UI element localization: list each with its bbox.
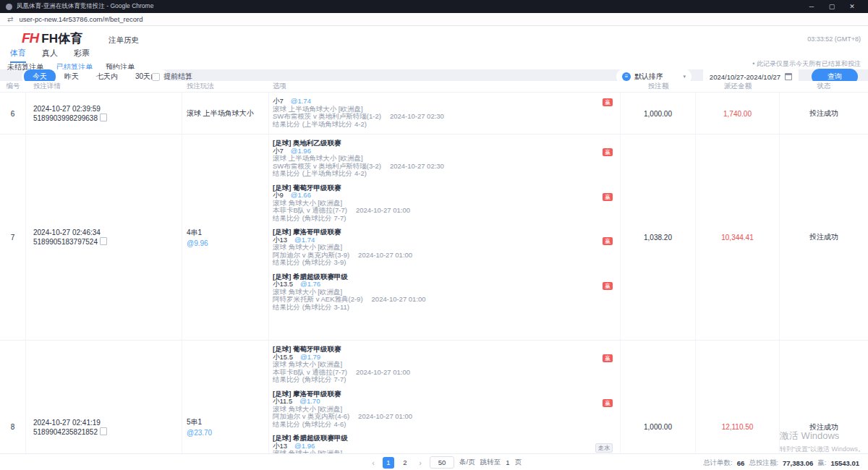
- leg-result-badge: 赢: [603, 98, 613, 106]
- leg-pick: 小7@1.74: [273, 98, 620, 106]
- payout-amount: 12,110.50: [696, 341, 780, 470]
- leg-odds: @1.66: [291, 191, 311, 199]
- play-type: 滚球 上半场角球大小: [187, 108, 268, 119]
- bet-time: 2024-10-27 02:46:34: [33, 228, 182, 236]
- bet-time: 2024-10-27 02:39:59: [33, 105, 182, 113]
- leg-result: 结果比分 (上半场角球比分 4-2): [273, 121, 620, 129]
- page-unit-label: 页: [514, 458, 522, 467]
- maximize-button[interactable]: ▢: [822, 0, 842, 13]
- leg-league: [足球] 希腊超级联赛甲级: [273, 435, 620, 443]
- date-range-value: 2024/10/27-2024/10/27: [710, 73, 780, 81]
- site-favicon: [6, 4, 12, 10]
- close-button[interactable]: ✕: [842, 0, 862, 13]
- leg-odds: @1.96: [294, 442, 315, 450]
- server-time: 03:33:52 (GMT+8): [807, 35, 861, 43]
- total-win-value: 15543.01: [830, 459, 859, 467]
- chevron-down-icon: ▾: [683, 74, 686, 80]
- leg-league: [足球] 希腊超级联赛甲级: [273, 273, 620, 281]
- play-type-cell: 4串1 @9.96: [182, 134, 269, 340]
- browser-url-bar[interactable]: ⇄ user-pc-new.14r53786.com/#/bet_record: [0, 13, 868, 26]
- leg-match-time: 2024-10-27 01:00: [358, 251, 412, 259]
- bet-record-table: 编号投注详情投注玩法选项投注额派还金额状态 6 2024-10-27 02:39…: [0, 81, 868, 470]
- bet-leg: [足球] 希腊超级联赛甲级 小13.5@1.76 滚球 角球大小 [欧洲盘] 阿…: [273, 273, 620, 312]
- page-size-input[interactable]: [430, 456, 454, 469]
- bet-amount: 1,038.20: [621, 134, 696, 340]
- column-header: 投注详情: [26, 82, 182, 91]
- sort-selected-value: 默认排序: [634, 72, 683, 82]
- bet-leg: [足球] 葡萄牙甲级联赛 小15.5@1.79 滚球 角球大小 [欧洲盘] 本菲…: [273, 346, 620, 384]
- total-count-label: 总计单数:: [703, 458, 733, 468]
- copy-icon[interactable]: [101, 115, 107, 121]
- leg-result: 结果比分 (角球比分 7-7): [273, 215, 620, 223]
- page-url[interactable]: user-pc-new.14r53786.com/#/bet_record: [19, 15, 142, 23]
- minimize-button[interactable]: ─: [801, 0, 822, 13]
- column-header: 状态: [780, 82, 868, 91]
- page-number-1[interactable]: 1: [383, 457, 394, 469]
- total-win-label: 赢:: [817, 458, 826, 468]
- table-footer: ‹12›条/页跳转至1页 总计单数: 66 总投注额: 77,383.06 赢:…: [0, 453, 868, 470]
- copy-icon[interactable]: [101, 239, 107, 245]
- window-titlebar: 凤凰体育-亚洲在线体育竞猜投注 - Google Chrome ─ ▢ ✕: [0, 0, 868, 13]
- leg-result-badge: 赢: [603, 237, 613, 245]
- order-id: 5189905183797524: [33, 238, 98, 246]
- bet-status: 投注成功: [780, 341, 868, 470]
- totals-summary: 总计单数: 66 总投注额: 77,383.06 赢: 15543.01: [703, 458, 859, 468]
- leg-pick: 小9@1.66: [273, 192, 620, 200]
- leg-match-time: 2024-10-27 01:00: [372, 295, 426, 303]
- bet-leg: [足球] 摩洛哥甲级联赛 小13@1.74 滚球 角球大小 [欧洲盘] 阿加迪尔…: [273, 228, 620, 267]
- table-row: 6 2024-10-27 02:39:59 5189903998299638 滚…: [0, 93, 868, 134]
- bet-amount: 1,000.00: [621, 93, 696, 134]
- sort-icon: ≡: [622, 72, 631, 81]
- leg-odds: @1.76: [300, 280, 320, 288]
- leg-league: [足球] 奥地利乙级联赛: [273, 140, 620, 148]
- row-number: 6: [0, 93, 26, 134]
- play-odds: @9.96: [187, 239, 268, 247]
- column-header: 派还金额: [696, 82, 780, 91]
- tab-switch-icon: ⇄: [7, 15, 13, 23]
- bet-leg: [足球] 葡萄牙甲级联赛 小9@1.66 滚球 角球大小 [欧洲盘] 本菲卡B队…: [273, 184, 620, 223]
- copy-icon[interactable]: [101, 429, 107, 435]
- page-number-2[interactable]: 2: [399, 457, 411, 469]
- leg-result: 结果比分 (角球比分 3-9): [273, 259, 620, 267]
- checkbox-icon[interactable]: [152, 73, 160, 81]
- leg-match: 阿加迪尔 v 奥克内斯(4-6)2024-10-27 01:00: [273, 413, 620, 421]
- play-type-cell: 滚球 上半场角球大小: [182, 93, 269, 134]
- bet-status: 投注成功: [780, 93, 868, 134]
- bet-leg: [足球] 摩洛哥甲级联赛 小11.5@1.70 滚球 角球大小 [欧洲盘] 阿加…: [273, 390, 620, 429]
- bet-amount: 1,000.00: [621, 341, 696, 470]
- brand-logo[interactable]: FH FH体育: [22, 30, 82, 47]
- play-odds: @23.70: [187, 429, 268, 437]
- leg-odds: @1.74: [291, 97, 311, 105]
- jump-page-input[interactable]: 1: [506, 458, 509, 466]
- checkbox-label: 提前结算: [163, 72, 192, 82]
- table-header-row: 编号投注详情投注玩法选项投注额派还金额状态: [0, 81, 868, 93]
- next-page-button[interactable]: ›: [416, 458, 425, 467]
- total-bet-value: 77,383.06: [783, 459, 813, 467]
- bet-status: 投注成功: [780, 134, 868, 340]
- column-header: 投注玩法: [182, 82, 269, 91]
- early-settle-checkbox-wrap[interactable]: 提前结算: [152, 72, 192, 82]
- leg-match-time: 2024-10-27 02:30: [390, 162, 444, 170]
- pagination: ‹12›条/页跳转至1页: [369, 456, 522, 469]
- row-number: 8: [0, 341, 26, 470]
- leg-odds: @1.70: [299, 397, 320, 405]
- prev-page-button[interactable]: ‹: [369, 458, 378, 467]
- leg-match-time: 2024-10-27 01:00: [356, 206, 410, 214]
- play-type: 4串1: [187, 228, 268, 238]
- leg-result-badge: 赢: [603, 193, 613, 201]
- leg-pick: 小11.5@1.70: [273, 398, 620, 406]
- bet-detail-cell: 2024-10-27 02:46:34 5189905183797524: [26, 134, 182, 340]
- leg-odds: @1.74: [294, 236, 315, 244]
- total-count-value: 66: [737, 459, 745, 467]
- leg-result: 结果比分 (角球比分 4-6): [273, 421, 620, 429]
- leg-match-time: 2024-10-27 01:00: [356, 368, 410, 376]
- leg-result-badge: 赢: [603, 354, 613, 362]
- options-cell: 小7@1.74 滚球 上半场角球大小 [欧洲盘] SW布雷根茨 v 奥地利卢斯特…: [269, 93, 621, 134]
- calendar-icon: [785, 73, 792, 80]
- leg-odds: @1.96: [291, 147, 311, 155]
- leg-market: 滚球 角球大小 [欧洲盘]: [273, 361, 620, 369]
- page-title: 注单历史: [109, 35, 139, 46]
- leg-market: 滚球 角球大小 [欧洲盘]: [273, 244, 620, 252]
- leg-result: 结果比分 (角球比分 7-7): [273, 376, 620, 384]
- bet-detail-cell: 2024-10-27 02:39:59 5189903998299638: [26, 93, 182, 134]
